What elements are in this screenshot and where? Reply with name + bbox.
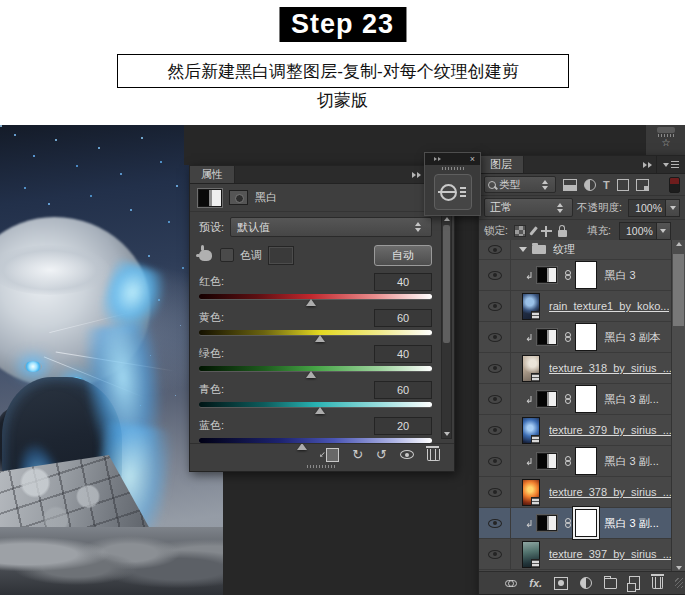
texture-layer-row[interactable]: texture_318_by_sirius_... — [479, 353, 685, 384]
adjustment-layer-row[interactable]: ↳ 黑白 3 副... — [479, 508, 685, 539]
collapse-panels-icon[interactable] — [639, 156, 656, 173]
dropdown-arrow-icon[interactable] — [666, 199, 680, 217]
lock-all-icon[interactable] — [558, 226, 567, 237]
dropdown-arrow-icon[interactable] — [657, 222, 671, 240]
visibility-eye-icon[interactable] — [488, 395, 502, 404]
visibility-cell[interactable] — [479, 291, 511, 321]
slider-value-box[interactable]: 40 — [374, 345, 432, 363]
panel-resize-grip[interactable] — [675, 578, 683, 588]
visibility-cell[interactable] — [479, 508, 511, 538]
texture-layer-row[interactable]: texture_378_by_sirius_... — [479, 477, 685, 508]
visibility-cell[interactable] — [479, 539, 511, 569]
texture-thumbnail[interactable] — [522, 293, 540, 320]
adjustment-layer-row[interactable]: ↳ 黑白 3 副... — [479, 384, 685, 415]
texture-layer-row[interactable]: texture_379_by_sirius_... — [479, 415, 685, 446]
layer-name[interactable]: 黑白 3 副... — [604, 454, 658, 469]
lock-paint-icon[interactable] — [532, 226, 535, 236]
slider-track[interactable] — [199, 364, 432, 377]
clip-to-layer-icon[interactable] — [326, 448, 339, 462]
visibility-cell[interactable] — [479, 240, 511, 259]
dock-chip[interactable] — [657, 127, 675, 133]
tint-color-swatch[interactable] — [268, 246, 294, 265]
layers-scrollbar[interactable] — [671, 240, 685, 572]
tab-layers[interactable]: 图层 — [479, 156, 524, 173]
preset-select[interactable]: 默认值 — [230, 217, 432, 237]
texture-layer-row[interactable]: texture_397_by_sirius_... — [479, 539, 685, 570]
pixel-layer-filter-icon[interactable] — [563, 179, 577, 191]
fill-value[interactable]: 100% — [619, 222, 657, 240]
layer-mask-thumbnail[interactable] — [575, 509, 597, 537]
mask-link-icon[interactable] — [565, 332, 571, 342]
properties-scrollbar[interactable] — [441, 214, 452, 439]
layer-name[interactable]: texture_397_by_sirius_... — [549, 548, 672, 560]
visibility-eye-icon[interactable] — [400, 450, 414, 459]
delete-trash-icon[interactable] — [427, 449, 440, 461]
scrubby-hand-icon[interactable] — [199, 250, 212, 261]
bw-adjustment-thumbnail[interactable] — [537, 391, 557, 407]
slider-thumb[interactable] — [315, 335, 325, 342]
visibility-eye-icon[interactable] — [488, 550, 502, 559]
styles-star-icon[interactable]: ☆ — [646, 138, 685, 148]
layer-mask-thumbnail[interactable] — [575, 261, 597, 289]
layer-mask-icon[interactable] — [229, 190, 248, 205]
layer-name[interactable]: texture_378_by_sirius_... — [549, 486, 672, 498]
visibility-eye-icon[interactable] — [488, 426, 502, 435]
slider-thumb[interactable] — [315, 407, 325, 414]
opacity-value[interactable]: 100% — [628, 199, 666, 217]
add-mask-icon[interactable] — [554, 577, 568, 590]
slider-track[interactable] — [199, 400, 432, 413]
visibility-cell[interactable] — [479, 384, 511, 414]
layer-name[interactable]: 纹理 — [553, 242, 575, 257]
smart-object-filter-icon[interactable] — [636, 179, 649, 191]
layer-name[interactable]: texture_379_by_sirius_... — [549, 424, 672, 436]
visibility-cell[interactable] — [479, 477, 511, 507]
tab-properties[interactable]: 属性 — [190, 166, 235, 183]
slider-value-box[interactable]: 60 — [374, 309, 432, 327]
visibility-cell[interactable] — [479, 446, 511, 476]
adjustment-filter-icon[interactable] — [584, 179, 596, 191]
bw-adjustment-thumbnail[interactable] — [537, 453, 557, 469]
scroll-down-icon[interactable] — [676, 566, 682, 570]
filter-type-select[interactable]: 类型 — [484, 176, 556, 193]
texture-thumbnail[interactable] — [522, 417, 540, 444]
bw-adjustment-thumbnail[interactable] — [537, 515, 557, 531]
scrollbar-thumb[interactable] — [443, 225, 450, 343]
auto-button[interactable]: 自动 — [374, 245, 432, 266]
visibility-cell[interactable] — [479, 260, 511, 290]
layer-mask-thumbnail[interactable] — [575, 385, 597, 413]
layer-name[interactable]: 黑白 3 副... — [604, 392, 658, 407]
delete-layer-icon[interactable] — [652, 577, 663, 589]
properties-panel-icon[interactable] — [434, 174, 472, 210]
visibility-eye-icon[interactable] — [488, 457, 502, 466]
bw-adjustment-icon[interactable] — [198, 189, 222, 207]
panel-menu-icon[interactable] — [656, 156, 685, 173]
visibility-eye-icon[interactable] — [488, 302, 502, 311]
reset-icon[interactable]: ↺ — [376, 448, 387, 461]
mask-link-icon[interactable] — [565, 270, 571, 280]
mask-link-icon[interactable] — [565, 456, 571, 466]
lock-transparency-icon[interactable] — [514, 225, 526, 237]
bw-adjustment-thumbnail[interactable] — [537, 267, 557, 283]
type-filter-icon[interactable]: T — [603, 179, 610, 191]
panel-resize-grip[interactable] — [307, 465, 337, 468]
slider-track[interactable] — [199, 292, 432, 305]
slider-value-box[interactable]: 60 — [374, 381, 432, 399]
collapse-panels-icon[interactable] — [430, 157, 445, 161]
lock-move-icon[interactable] — [541, 226, 552, 237]
new-group-icon[interactable] — [604, 578, 617, 589]
fx-styles-icon[interactable]: fx. — [529, 577, 542, 589]
opacity-combo[interactable]: 100% — [628, 200, 680, 216]
filter-toggle-switch[interactable] — [669, 177, 680, 193]
dock-grip[interactable] — [442, 167, 464, 170]
layer-name[interactable]: 黑白 3 — [604, 268, 635, 283]
view-previous-state-icon[interactable]: ↻ — [352, 448, 363, 461]
blend-mode-select[interactable]: 正常 — [484, 198, 573, 217]
scrollbar-thumb[interactable] — [673, 254, 684, 326]
scroll-up-icon[interactable] — [676, 242, 682, 246]
layer-name[interactable]: texture_318_by_sirius_... — [549, 362, 672, 374]
adjustment-layer-row[interactable]: ↳ 黑白 3 副... — [479, 446, 685, 477]
visibility-eye-icon[interactable] — [488, 245, 502, 254]
adjustment-layer-row[interactable]: ↳ 黑白 3 — [479, 260, 685, 291]
visibility-eye-icon[interactable] — [488, 519, 502, 528]
collapse-panels-icon[interactable] — [408, 166, 425, 183]
